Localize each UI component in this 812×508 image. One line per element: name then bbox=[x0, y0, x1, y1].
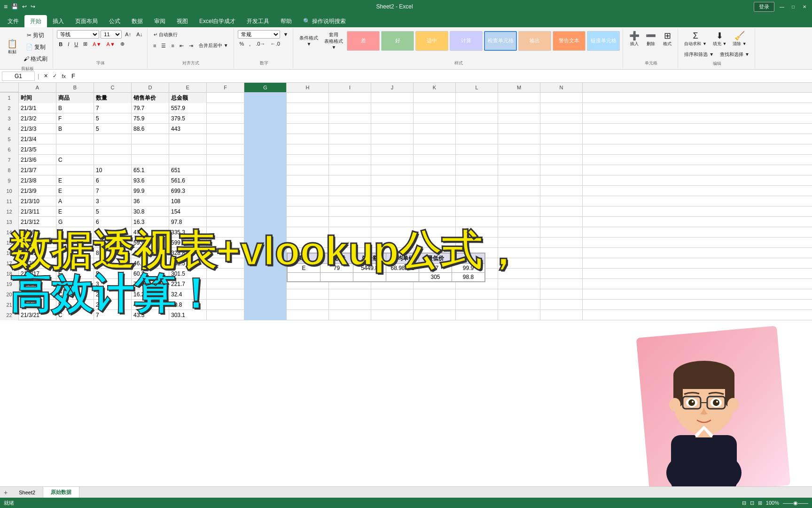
cell-n20[interactable] bbox=[540, 289, 583, 300]
cell-k14[interactable] bbox=[414, 227, 456, 238]
cell-k15[interactable] bbox=[414, 238, 456, 248]
style-link[interactable]: 链接单元格 bbox=[587, 31, 620, 51]
cell-n15[interactable] bbox=[540, 238, 583, 248]
dec-dec-btn[interactable]: ←.0 bbox=[269, 40, 282, 48]
cell-g9[interactable] bbox=[244, 175, 287, 186]
cell-k12[interactable] bbox=[414, 206, 456, 217]
cell-l15[interactable] bbox=[456, 238, 498, 248]
cell-g14[interactable] bbox=[244, 227, 287, 238]
overlay-cell-product-1[interactable]: E bbox=[288, 264, 320, 273]
cell-g5[interactable] bbox=[244, 134, 287, 144]
cell-j12[interactable] bbox=[371, 206, 414, 217]
cell-a22[interactable]: 21/3/21 bbox=[19, 310, 56, 320]
cell-n21[interactable] bbox=[540, 300, 583, 310]
cell-k21[interactable] bbox=[414, 300, 456, 310]
quick-redo-icon[interactable]: ↪ bbox=[31, 3, 35, 10]
cell-i22[interactable] bbox=[329, 310, 371, 320]
fill-btn[interactable]: ⬇ 填充 ▼ bbox=[710, 30, 729, 48]
cell-i11[interactable] bbox=[329, 196, 371, 206]
cell-l8[interactable] bbox=[456, 165, 498, 175]
cell-n7[interactable] bbox=[540, 155, 583, 165]
cell-n18[interactable] bbox=[540, 269, 583, 279]
overlay-cell-x1[interactable]: 99.9 bbox=[452, 264, 485, 273]
cell-l1[interactable] bbox=[456, 93, 498, 103]
insert-function-icon[interactable]: fx bbox=[60, 72, 68, 80]
cell-f7[interactable] bbox=[207, 155, 244, 165]
cell-k9[interactable] bbox=[414, 175, 456, 186]
cell-h13[interactable] bbox=[287, 217, 329, 227]
col-header-j[interactable]: J bbox=[371, 83, 414, 92]
sheet-tab-sheet2[interactable]: Sheet2 bbox=[11, 487, 43, 498]
bold-btn[interactable]: B bbox=[57, 40, 64, 48]
cell-f9[interactable] bbox=[207, 175, 244, 186]
cell-l11[interactable] bbox=[456, 196, 498, 206]
col-header-k[interactable]: K bbox=[414, 83, 456, 92]
cell-l2[interactable] bbox=[456, 103, 498, 113]
cell-c10[interactable]: 7 bbox=[94, 186, 132, 196]
cell-b10[interactable]: E bbox=[56, 186, 94, 196]
number-format-expand[interactable]: ▼ bbox=[281, 31, 290, 38]
sheet-tab-original-data[interactable]: 原始数据 bbox=[43, 487, 79, 498]
cell-a18[interactable]: 21/3/17 bbox=[19, 269, 56, 279]
cell-a3[interactable]: 21/3/2 bbox=[19, 113, 56, 124]
cell-d6[interactable] bbox=[132, 144, 169, 155]
cell-h5[interactable] bbox=[287, 134, 329, 144]
minimize-button[interactable]: — bbox=[778, 3, 786, 10]
cell-j3[interactable] bbox=[371, 113, 414, 124]
cell-l5[interactable] bbox=[456, 134, 498, 144]
cell-h20[interactable] bbox=[287, 289, 329, 300]
cell-reference-input[interactable] bbox=[2, 71, 35, 81]
tab-file[interactable]: 文件 bbox=[2, 15, 24, 27]
cell-m17[interactable] bbox=[498, 258, 540, 269]
cell-e6[interactable] bbox=[169, 144, 207, 155]
cell-h14[interactable] bbox=[287, 227, 329, 238]
cell-f15[interactable] bbox=[207, 238, 244, 248]
add-sheet-btn[interactable]: + bbox=[0, 487, 11, 498]
delete-cell-btn[interactable]: ➖ 删除 bbox=[643, 30, 658, 48]
cell-f6[interactable] bbox=[207, 144, 244, 155]
cell-h15[interactable] bbox=[287, 238, 329, 248]
cell-i15[interactable] bbox=[329, 238, 371, 248]
cell-n22[interactable] bbox=[540, 310, 583, 320]
cell-d2[interactable]: 79.7 bbox=[132, 103, 169, 113]
col-header-l[interactable]: L bbox=[456, 83, 498, 92]
cell-f10[interactable] bbox=[207, 186, 244, 196]
cell-n11[interactable] bbox=[540, 196, 583, 206]
cell-c11[interactable]: 3 bbox=[94, 196, 132, 206]
tab-developer[interactable]: 开发工具 bbox=[241, 15, 275, 27]
cell-m18[interactable] bbox=[498, 269, 540, 279]
cell-j5[interactable] bbox=[371, 134, 414, 144]
cell-k13[interactable] bbox=[414, 217, 456, 227]
overlay-cell-min-1[interactable]: 17 bbox=[419, 264, 452, 273]
cell-a1[interactable]: 时间 bbox=[19, 93, 56, 103]
overlay-cell-product-2[interactable] bbox=[288, 273, 320, 282]
cell-m7[interactable] bbox=[498, 155, 540, 165]
cell-d16[interactable]: 41.1 bbox=[132, 248, 169, 258]
cell-k1[interactable] bbox=[414, 93, 456, 103]
cell-b22[interactable]: C bbox=[56, 310, 94, 320]
cell-f4[interactable] bbox=[207, 124, 244, 134]
cell-g8[interactable] bbox=[244, 165, 287, 175]
cell-g1[interactable] bbox=[244, 93, 287, 103]
cell-d7[interactable] bbox=[132, 155, 169, 165]
cell-a14[interactable]: 21/3/13 bbox=[19, 227, 56, 238]
col-header-n[interactable]: N bbox=[540, 83, 583, 92]
cell-j4[interactable] bbox=[371, 124, 414, 134]
cell-e22[interactable]: 303.1 bbox=[169, 310, 207, 320]
cell-e12[interactable]: 154 bbox=[169, 206, 207, 217]
cell-b11[interactable]: A bbox=[56, 196, 94, 206]
cell-h3[interactable] bbox=[287, 113, 329, 124]
tab-insert[interactable]: 插入 bbox=[47, 15, 70, 27]
tab-help[interactable]: 帮助 bbox=[275, 15, 297, 27]
overlay-cell-avg-2[interactable] bbox=[386, 273, 419, 282]
cell-d22[interactable]: 43.3 bbox=[132, 310, 169, 320]
cell-m15[interactable] bbox=[498, 238, 540, 248]
dec-inc-btn[interactable]: .0→ bbox=[254, 40, 267, 48]
overlay-cell-min-2[interactable]: 305 bbox=[419, 273, 452, 282]
cell-c16[interactable]: 8 bbox=[94, 248, 132, 258]
underline-btn[interactable]: U bbox=[72, 40, 80, 48]
cell-b19[interactable]: D bbox=[56, 279, 94, 289]
col-header-c[interactable]: C bbox=[94, 83, 132, 92]
cell-b14[interactable]: B bbox=[56, 227, 94, 238]
cell-f21[interactable] bbox=[207, 300, 244, 310]
